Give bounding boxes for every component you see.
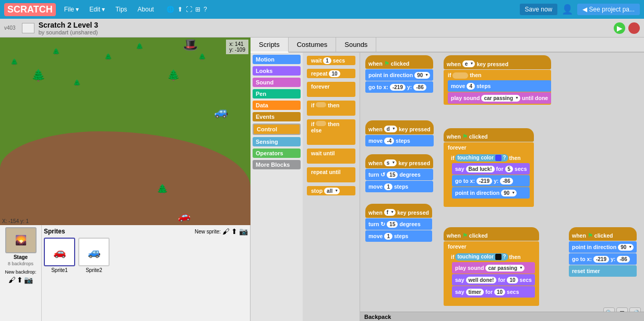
script-group-7: when ⚑ clicked forever if touching color… — [444, 227, 539, 306]
block-if-then-2[interactable]: if then move 4 steps play sound car pass… — [444, 70, 551, 105]
sprite2-label: Sprite2 — [86, 267, 102, 273]
hat-when-clicked-2[interactable]: when ⚑ clicked — [444, 128, 534, 142]
hat-when-e-key[interactable]: when e key pressed — [444, 55, 551, 69]
project-title[interactable]: Scratch 2 Level 3 — [39, 21, 98, 29]
category-more-blocks[interactable]: More Blocks — [253, 160, 301, 169]
sprites-title: Sprites — [44, 228, 65, 235]
script-group-8: when ⚑ clicked point in direction 90 go … — [569, 227, 637, 277]
block-reset-timer[interactable]: reset timer — [569, 265, 637, 277]
tab-scripts[interactable]: Scripts — [251, 38, 289, 53]
block-go-to-3[interactable]: go to x: -219 y: -86 — [569, 253, 637, 265]
see-project-button[interactable]: ◀ See project pa... — [577, 4, 640, 15]
help-icon[interactable]: ? — [204, 6, 207, 13]
sprite2-thumb[interactable]: 🚙 — [78, 238, 110, 266]
sprite-item-sprite2[interactable]: 🚙 Sprite2 — [78, 238, 110, 273]
green-flag-button[interactable]: ▶ — [614, 22, 625, 34]
tab-costumes[interactable]: Costumes — [289, 38, 337, 52]
block-wait-until[interactable]: wait until — [307, 149, 355, 164]
block-turn-left-15[interactable]: turn ↺ 15 degrees — [365, 169, 433, 180]
block-move-1-s[interactable]: move 1 steps — [365, 181, 433, 192]
main-area: 🌲 🌲 🌲 🌲 🌲 🌲 🌲 🌲 🌲 🚙 🚗 🎩 X: -154 y: 1 x: … — [0, 38, 644, 321]
category-pen[interactable]: Pen — [253, 89, 301, 98]
block-say-bad-luck[interactable]: say Bad luck! for 5 secs — [452, 163, 530, 175]
category-operators[interactable]: Operators — [253, 149, 301, 158]
category-looks[interactable]: Looks — [253, 66, 301, 76]
block-go-to-1[interactable]: go to x: -219 y: -86 — [365, 81, 433, 93]
block-move-neg4[interactable]: move -4 steps — [365, 135, 434, 146]
script-group-6: when ⚑ clicked forever if touching color… — [444, 128, 534, 207]
block-point-dir-2[interactable]: point in direction 90 — [452, 187, 530, 199]
block-repeat-until[interactable]: repeat until — [307, 167, 355, 182]
nav-about[interactable]: About — [134, 4, 158, 15]
topbar-nav: File ▾ Edit ▾ Tips About — [60, 4, 158, 15]
flag-icon-1: ⚑ — [384, 60, 389, 67]
paint-sprite-icon[interactable]: 🖌 — [222, 227, 230, 236]
block-if-else[interactable]: if thenelse — [307, 119, 355, 145]
block-turn-right-15[interactable]: turn ↻ 15 degrees — [365, 218, 432, 230]
sprite-item-sprite1[interactable]: 🚗 Sprite1 — [44, 238, 75, 273]
hat-when-clicked-1[interactable]: when ⚑ clicked — [365, 55, 433, 69]
category-control[interactable]: Control — [253, 124, 301, 135]
upload-sprite-icon[interactable]: ⬆ — [231, 227, 237, 236]
user-icon: 👤 — [562, 4, 573, 15]
nav-edit[interactable]: Edit ▾ — [85, 4, 109, 15]
fullscreen-icon[interactable]: ⛶ — [186, 6, 192, 13]
block-if-touching-1[interactable]: if touching color ? then say Bad luck! f… — [448, 152, 532, 203]
tab-sounds[interactable]: Sounds — [336, 38, 376, 52]
upload-icon[interactable]: ⬆ — [177, 6, 183, 13]
script-group-4: when s key pressed turn ↺ 15 degrees mov… — [365, 154, 433, 192]
block-move-4-steps[interactable]: move 4 steps — [448, 80, 551, 92]
new-sprite-label: New sprite: — [195, 229, 221, 234]
block-forever-3[interactable]: forever if touching color ? then play so… — [444, 241, 539, 306]
sprite1-label: Sprite1 — [51, 267, 68, 273]
upload-backdrop-icon[interactable]: ⬆ — [17, 276, 23, 284]
save-now-button[interactable]: Save now — [520, 4, 558, 15]
block-point-direction-1[interactable]: point in direction 90 — [365, 69, 433, 81]
block-if-touching-2[interactable]: if touching color ? then play sound car … — [448, 251, 537, 302]
sprite1-thumb[interactable]: 🚗 — [44, 238, 75, 266]
category-sound[interactable]: Sound — [253, 78, 301, 87]
block-say-well-done[interactable]: say well done! for 10 secs — [452, 274, 535, 286]
globe-icon[interactable]: 🌐 — [166, 6, 174, 13]
nav-file[interactable]: File ▾ — [60, 4, 84, 15]
hat-when-clicked-4[interactable]: when ⚑ clicked — [569, 227, 637, 241]
stage-sprite-label: Stage — [14, 254, 28, 260]
new-backdrop-label: New backdrop: — [5, 269, 36, 275]
scratch-logo[interactable]: SCRATCH — [4, 3, 56, 16]
block-if-then[interactable]: if then — [307, 101, 355, 116]
category-motion[interactable]: Motion — [253, 55, 301, 64]
category-sensing[interactable]: Sensing — [253, 137, 301, 146]
block-wait-secs[interactable]: wait 1 secs — [307, 56, 355, 65]
scripts-canvas[interactable]: when ⚑ clicked point in direction 90 go … — [360, 53, 644, 321]
block-stop[interactable]: stop all — [307, 186, 355, 195]
paint-backdrop-icon[interactable]: 🖌 — [8, 276, 16, 284]
block-repeat[interactable]: repeat 10 — [307, 69, 355, 78]
record-icon[interactable]: ⊞ — [195, 6, 200, 13]
sprite-thumb-header — [22, 23, 34, 33]
block-say-timer[interactable]: say timer for 10 secs — [452, 286, 535, 298]
camera-sprite-icon[interactable]: 📷 — [239, 227, 248, 236]
hat-when-d-key[interactable]: when d key pressed — [365, 120, 434, 134]
category-data[interactable]: Data — [253, 101, 301, 110]
block-forever[interactable]: forever — [307, 82, 355, 97]
stage-backdrops: 8 backdrops — [8, 261, 33, 266]
script-group-2: when e key pressed if then move 4 steps … — [444, 55, 551, 105]
topbar: SCRATCH File ▾ Edit ▾ Tips About 🌐 ⬆ ⛶ ⊞… — [0, 0, 644, 19]
blocks-palette: wait 1 secs repeat 10 forever if then if… — [303, 53, 360, 321]
block-forever-2[interactable]: forever if touching color ? then say Bad… — [444, 142, 534, 207]
hat-when-clicked-3[interactable]: when ⚑ clicked — [444, 227, 539, 241]
block-play-sound-1[interactable]: play sound car passing until done — [448, 92, 551, 104]
category-events[interactable]: Events — [253, 112, 301, 121]
block-play-sound-2[interactable]: play sound car passing — [452, 262, 535, 274]
camera-backdrop-icon[interactable]: 📷 — [24, 276, 33, 284]
block-move-1-f[interactable]: move 1 steps — [365, 230, 432, 242]
block-go-to-2[interactable]: go to x: -219 y: -86 — [452, 175, 530, 187]
backpack-bar[interactable]: Backpack — [360, 312, 644, 321]
nav-tips[interactable]: Tips — [111, 4, 131, 15]
hat-when-f-key[interactable]: when f key pressed — [365, 204, 432, 218]
hat-when-s-key[interactable]: when s key pressed — [365, 154, 433, 168]
stage-sprite-thumb[interactable]: 🌄 — [5, 227, 37, 253]
sprite-info: x: 141 y: -109 — [226, 40, 248, 54]
stop-button[interactable] — [628, 22, 640, 34]
block-point-dir-3[interactable]: point in direction 90 — [569, 241, 637, 253]
